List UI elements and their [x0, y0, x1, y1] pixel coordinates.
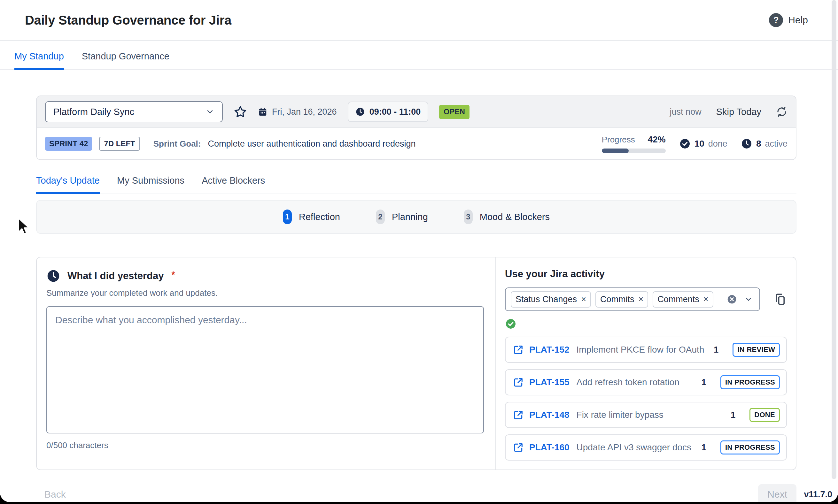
- tab-todays-update[interactable]: Today's Update: [36, 175, 100, 194]
- active-stat: 8 active: [741, 138, 787, 149]
- done-count: 10: [695, 139, 704, 149]
- issue-status-badge: IN PROGRESS: [720, 375, 780, 389]
- step-label: Reflection: [299, 212, 340, 222]
- scrollbar-thumb[interactable]: [832, 0, 836, 479]
- check-circle-icon: [679, 138, 691, 149]
- issue-key[interactable]: PLAT-148: [529, 410, 570, 420]
- progress-bar-fill: [602, 148, 629, 153]
- next-button[interactable]: Next: [758, 484, 797, 502]
- favorite-star-button[interactable]: [234, 105, 247, 119]
- filter-chip-comments[interactable]: Comments ×: [653, 291, 713, 308]
- activity-list: PLAT-152 Implement PKCE flow for OAuth 1…: [505, 337, 787, 461]
- chip-remove-icon[interactable]: ×: [638, 295, 643, 304]
- issue-key[interactable]: PLAT-160: [529, 442, 570, 453]
- active-count: 8: [756, 139, 761, 149]
- char-counter: 0/500 characters: [46, 440, 484, 450]
- activity-item[interactable]: PLAT-160 Update API v3 swagger docs 1 IN…: [505, 434, 787, 461]
- issue-activity-count: 1: [701, 378, 706, 388]
- form-title: What I did yesterday: [67, 270, 164, 282]
- active-label: active: [765, 139, 787, 149]
- activity-filter-row: Status Changes × Commits × Comments ×: [505, 287, 787, 311]
- app-window: Daily Standup Governance for Jira ? Help…: [0, 0, 838, 502]
- days-left-badge: 7D LEFT: [99, 137, 140, 151]
- issue-status-badge: IN PROGRESS: [720, 440, 780, 454]
- toolbar-right: just now Skip Today: [670, 106, 787, 118]
- copy-icon: [773, 292, 787, 306]
- status-badge-open: OPEN: [439, 105, 470, 119]
- step-planning[interactable]: 2 Planning: [376, 210, 428, 224]
- main-content: Platform Daily Sync Fri, Jan 16, 2026 09…: [0, 70, 838, 502]
- sprint-goal-label: Sprint Goal:: [153, 139, 201, 149]
- external-link-icon: [513, 442, 524, 453]
- activity-item[interactable]: PLAT-155 Add refresh token rotation 1 IN…: [505, 369, 787, 395]
- required-asterisk: *: [171, 270, 175, 280]
- refresh-icon: [776, 106, 787, 118]
- issue-activity-count: 1: [731, 410, 735, 420]
- help-icon: ?: [769, 13, 783, 27]
- activity-item[interactable]: PLAT-148 Fix rate limiter bypass 1 DONE: [505, 402, 787, 428]
- last-saved-text: just now: [670, 107, 701, 117]
- standup-select-value: Platform Daily Sync: [53, 107, 134, 117]
- chip-label: Comments: [658, 294, 699, 304]
- chevron-down-icon[interactable]: [744, 295, 753, 304]
- refresh-button[interactable]: [776, 106, 787, 118]
- step-label: Planning: [392, 212, 428, 222]
- standup-toolbar: Platform Daily Sync Fri, Jan 16, 2026 09…: [37, 96, 796, 128]
- calendar-icon: [258, 107, 267, 116]
- sprint-progress: Progress 42%: [602, 134, 666, 153]
- external-link-icon: [513, 345, 524, 355]
- progress-percent: 42%: [648, 134, 666, 145]
- clock-icon: [46, 269, 60, 283]
- issue-key[interactable]: PLAT-155: [529, 377, 570, 388]
- reflection-panel: What I did yesterday * Summarize your co…: [36, 257, 797, 470]
- standup-time-window[interactable]: 09:00 - 11:00: [348, 102, 429, 122]
- standup-select[interactable]: Platform Daily Sync: [45, 101, 223, 122]
- sprint-stats: Progress 42% 10 done 8: [602, 134, 787, 153]
- chip-remove-icon[interactable]: ×: [703, 295, 709, 304]
- help-button[interactable]: ? Help: [769, 13, 808, 27]
- back-button[interactable]: Back: [36, 485, 66, 502]
- wizard-footer: Back Next: [36, 484, 797, 502]
- issue-activity-count: 1: [701, 443, 706, 453]
- form-subtitle: Summarize your completed work and update…: [46, 288, 484, 298]
- issue-activity-count: 1: [714, 345, 718, 355]
- issue-key[interactable]: PLAT-152: [529, 345, 570, 355]
- issue-summary: Update API v3 swagger docs: [577, 442, 692, 453]
- yesterday-textarea[interactable]: [46, 306, 484, 433]
- standup-date-text: Fri, Jan 16, 2026: [272, 107, 337, 117]
- filter-chip-status-changes[interactable]: Status Changes ×: [511, 291, 591, 308]
- sprint-goal-text: Complete user authentication and dashboa…: [208, 139, 416, 149]
- tab-my-submissions[interactable]: My Submissions: [117, 175, 185, 194]
- tab-standup-governance[interactable]: Standup Governance: [82, 51, 169, 70]
- copy-activity-button[interactable]: [773, 292, 787, 306]
- standup-card: Platform Daily Sync Fri, Jan 16, 2026 09…: [36, 95, 797, 160]
- progress-bar-track: [602, 148, 666, 153]
- activity-filter-select[interactable]: Status Changes × Commits × Comments ×: [505, 287, 760, 311]
- step-number-badge: 1: [283, 210, 292, 224]
- top-nav-tabs: My Standup Standup Governance: [0, 41, 838, 70]
- done-label: done: [708, 139, 728, 149]
- filter-chip-commits[interactable]: Commits ×: [595, 291, 648, 308]
- step-number-badge: 2: [376, 210, 385, 224]
- standup-date: Fri, Jan 16, 2026: [258, 107, 337, 117]
- page-title: Daily Standup Governance for Jira: [25, 13, 231, 28]
- help-label: Help: [788, 15, 808, 25]
- tab-my-standup[interactable]: My Standup: [14, 51, 64, 70]
- step-reflection[interactable]: 1 Reflection: [283, 210, 340, 224]
- step-label: Mood & Blockers: [480, 212, 550, 222]
- issue-summary: Add refresh token rotation: [577, 377, 680, 388]
- tab-active-blockers[interactable]: Active Blockers: [202, 175, 265, 194]
- jira-activity-panel: Use your Jira activity Status Changes × …: [496, 257, 796, 469]
- progress-label: Progress: [602, 135, 635, 145]
- sprint-badge: SPRINT 42: [45, 137, 92, 151]
- activity-title: Use your Jira activity: [505, 268, 787, 280]
- done-stat: 10 done: [679, 138, 728, 149]
- skip-today-button[interactable]: Skip Today: [716, 107, 761, 117]
- standup-time-text: 09:00 - 11:00: [369, 107, 421, 117]
- clock-icon: [355, 107, 365, 116]
- clear-all-icon[interactable]: [727, 294, 737, 304]
- step-mood-blockers[interactable]: 3 Mood & Blockers: [464, 210, 550, 224]
- chip-remove-icon[interactable]: ×: [581, 295, 586, 304]
- activity-item[interactable]: PLAT-152 Implement PKCE flow for OAuth 1…: [505, 337, 787, 363]
- external-link-icon: [513, 410, 524, 420]
